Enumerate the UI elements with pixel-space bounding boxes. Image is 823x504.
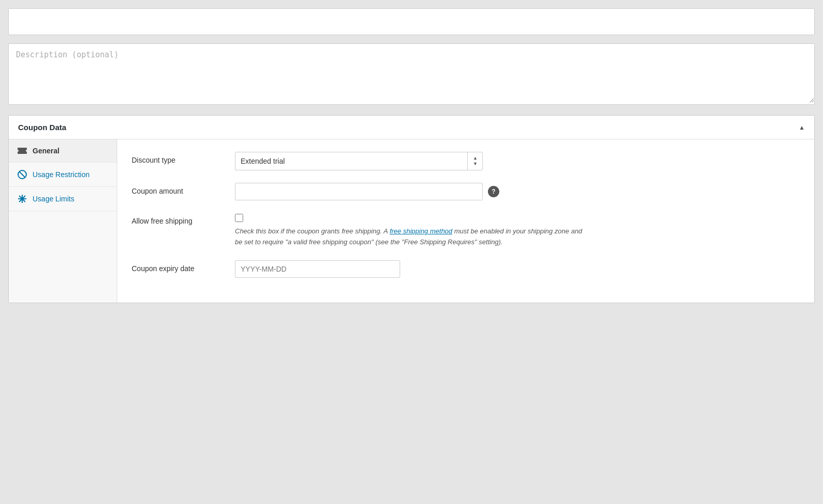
discount-type-select[interactable]: Percentage discount Fixed cart discount … (235, 152, 483, 170)
sidebar-item-usage-restriction[interactable]: Usage Restriction (9, 163, 117, 187)
coupon-expiry-label: Coupon expiry date (132, 260, 235, 273)
panel-body: General Usage Restriction (9, 139, 814, 303)
discount-type-row: Discount type Percentage discount Fixed … (132, 152, 800, 170)
asterisk-icon (17, 194, 27, 203)
collapse-icon[interactable]: ▲ (799, 124, 805, 131)
description-wrapper (8, 43, 815, 105)
free-shipping-method-link[interactable]: free shipping method (390, 227, 452, 235)
coupon-name-wrapper: testcoupon (8, 8, 815, 35)
coupon-amount-row: Coupon amount 0 ? (132, 183, 800, 200)
coupon-name-input[interactable]: testcoupon (9, 9, 814, 35)
svg-line-1 (20, 172, 25, 178)
free-shipping-checkbox[interactable] (235, 214, 243, 222)
free-shipping-label: Allow free shipping (132, 213, 235, 225)
coupon-expiry-field (235, 260, 800, 278)
coupon-data-header[interactable]: Coupon Data ▲ (9, 116, 814, 139)
free-shipping-description: Check this box if the coupon grants free… (235, 226, 586, 248)
free-shipping-field: Check this box if the coupon grants free… (235, 213, 800, 248)
sidebar-label-general: General (33, 147, 59, 155)
free-shipping-checkbox-row (235, 213, 586, 222)
sidebar-label-usage-restriction: Usage Restriction (33, 170, 90, 179)
discount-type-select-wrapper: Percentage discount Fixed cart discount … (235, 152, 483, 170)
free-shipping-checkbox-field: Check this box if the coupon grants free… (235, 213, 586, 248)
panel-content: Discount type Percentage discount Fixed … (117, 139, 814, 303)
discount-type-label: Discount type (132, 152, 235, 164)
coupon-data-panel: Coupon Data ▲ General (8, 115, 815, 303)
coupon-amount-input[interactable]: 0 (235, 183, 483, 200)
free-shipping-desc-before: Check this box if the coupon grants free… (235, 227, 390, 235)
sidebar-item-general[interactable]: General (9, 139, 117, 163)
coupon-expiry-row: Coupon expiry date (132, 260, 800, 278)
sidebar-label-usage-limits: Usage Limits (33, 195, 74, 203)
free-shipping-row: Allow free shipping Check this box if th… (132, 213, 800, 248)
sidebar-item-usage-limits[interactable]: Usage Limits (9, 187, 117, 211)
description-textarea[interactable] (9, 44, 814, 103)
ticket-icon (17, 147, 27, 155)
ban-icon (17, 170, 27, 179)
help-icon[interactable]: ? (488, 186, 499, 197)
panel-sidebar: General Usage Restriction (9, 139, 117, 303)
discount-type-field: Percentage discount Fixed cart discount … (235, 152, 800, 170)
coupon-expiry-input[interactable] (235, 260, 400, 278)
coupon-amount-field: 0 ? (235, 183, 800, 200)
coupon-data-title: Coupon Data (18, 123, 66, 132)
coupon-amount-label: Coupon amount (132, 183, 235, 195)
